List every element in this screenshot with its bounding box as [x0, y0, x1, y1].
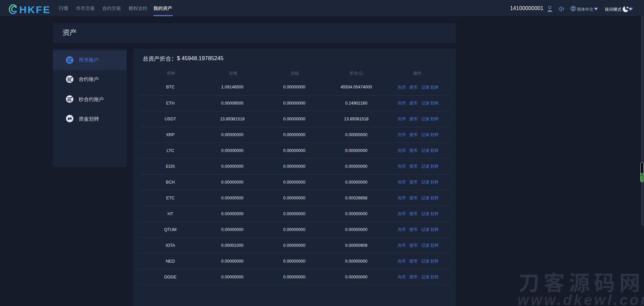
- svg-text:HKFE: HKFE: [19, 4, 51, 15]
